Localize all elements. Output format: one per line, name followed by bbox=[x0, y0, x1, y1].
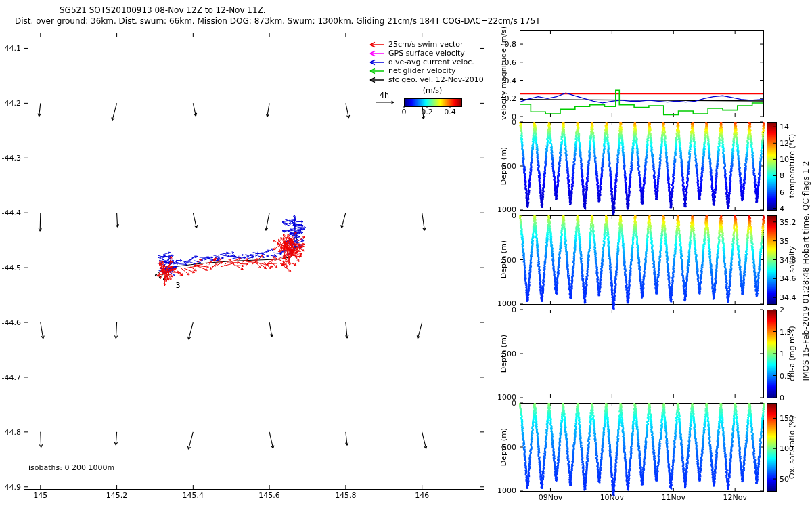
colorbar-tick-label: 35.2 bbox=[780, 218, 796, 226]
map-ytick-label: -44.3 bbox=[2, 154, 21, 162]
velocity-ytick-label: 0.6 bbox=[505, 58, 517, 66]
legend-item-label: sfc geo. vel. 12-Nov-2010 bbox=[388, 76, 484, 83]
imos-watermark: IMOS 15-Feb-2019 01:28:48 Hobart time. Q… bbox=[802, 161, 810, 381]
temperature-colorbar-label: temperature (°C) bbox=[788, 134, 796, 198]
legend-item-label: GPS surface velocity bbox=[388, 49, 465, 57]
seaglider-mission-figure: SG521 SOTS20100913 08-Nov 12Z to 12-Nov … bbox=[0, 0, 812, 508]
legend-item: sfc geo. vel. 12-Nov-2010 bbox=[365, 75, 484, 84]
depth-tick-label: 500 bbox=[502, 444, 516, 451]
map-ytick-label: -44.2 bbox=[2, 100, 21, 107]
legend-arrow-icon bbox=[365, 68, 386, 75]
colorbar-tick-label: 0 bbox=[780, 394, 784, 402]
legend-item: dive-avg current veloc. bbox=[365, 58, 484, 66]
colorbar-tick-label: 0.5 bbox=[780, 372, 792, 379]
isobaths-label: isobaths: 0 200 1000m bbox=[28, 464, 114, 471]
map-xtick-label: 145.4 bbox=[183, 492, 204, 499]
legend-item-label: 25cm/s swim vector bbox=[388, 41, 464, 48]
map-ytick-label: -44.1 bbox=[2, 45, 21, 52]
legend-item-label: net glider velocity bbox=[388, 67, 455, 75]
colorbar-tick-label: 1 bbox=[780, 350, 784, 358]
time-tick-label: 12Nov bbox=[723, 494, 746, 501]
depth-tick-label: 0 bbox=[512, 119, 516, 126]
map-xtick-label: 145.6 bbox=[258, 492, 280, 499]
colorbar-tick-label: 1.5 bbox=[780, 328, 792, 335]
colorbar-tick-label: 4 bbox=[780, 205, 784, 212]
legend-item: net glider velocity bbox=[365, 66, 484, 75]
depth-tick-label: 500 bbox=[502, 163, 516, 170]
time-tick-label: 11Nov bbox=[662, 494, 685, 501]
velocity-ytick-label: 0.2 bbox=[505, 95, 517, 102]
time-tick-label: 09Nov bbox=[539, 494, 562, 501]
colorbar-tick-label: 10 bbox=[780, 156, 789, 163]
colorbar-tick-label: 50 bbox=[780, 475, 789, 483]
vector-scale-label: 4h bbox=[380, 91, 389, 99]
legend-arrow-icon bbox=[365, 41, 386, 48]
legend-arrow-icon bbox=[365, 77, 386, 83]
legend-arrow-icon bbox=[365, 50, 386, 57]
map-xtick-label: 145.8 bbox=[335, 492, 357, 499]
map-ytick-label: -44.5 bbox=[2, 264, 21, 272]
map-xtick-label: 145 bbox=[33, 492, 47, 499]
legend-item: 25cm/s swim vector bbox=[365, 40, 484, 49]
depth-tick-label: 0 bbox=[512, 212, 516, 219]
map-ytick-label: -44.7 bbox=[2, 373, 21, 381]
map-ytick-label: -44.4 bbox=[2, 209, 21, 217]
map-colorbar-tick-label: 0 bbox=[402, 108, 407, 116]
depth-tick-label: 0 bbox=[512, 400, 516, 407]
depth-tick-label: 0 bbox=[512, 306, 516, 314]
colorbar-tick-label: 34.8 bbox=[780, 256, 796, 263]
legend-item-label: dive-avg current veloc. bbox=[388, 58, 474, 66]
map-legend: 25cm/s swim vectorGPS surface velocitydi… bbox=[365, 40, 484, 84]
map-xtick-label: 145.2 bbox=[106, 492, 128, 499]
velocity-ytick-label: 0.8 bbox=[505, 41, 517, 48]
map-ytick-label: -44.6 bbox=[2, 319, 21, 326]
legend-item: GPS surface velocity bbox=[365, 49, 484, 58]
time-tick-label: 10Nov bbox=[600, 494, 624, 501]
figure-title: SG521 SOTS20100913 08-Nov 12Z to 12-Nov … bbox=[60, 6, 266, 14]
map-colorbar-tick-label: 0.2 bbox=[421, 108, 433, 116]
figure-subtitle: Dist. over ground: 36km. Dist. swum: 66k… bbox=[15, 17, 541, 25]
colorbar-tick-label: 14 bbox=[780, 123, 789, 131]
colorbar-tick-label: 100 bbox=[780, 445, 794, 452]
colorbar-tick-label: 34.6 bbox=[780, 275, 796, 282]
map-colorbar-title: (m/s) bbox=[423, 87, 443, 94]
depth-tick-label: 500 bbox=[502, 350, 516, 358]
depth-tick-label: 1000 bbox=[497, 487, 516, 494]
colorbar-tick-label: 12 bbox=[780, 140, 789, 147]
colorbar-tick-label: 2 bbox=[780, 306, 784, 314]
map-ytick-label: -44.9 bbox=[2, 483, 21, 490]
depth-tick-label: 500 bbox=[502, 256, 516, 263]
legend-arrow-icon bbox=[365, 59, 386, 66]
colorbar-tick-label: 8 bbox=[780, 172, 784, 179]
velocity-ytick-label: 0.4 bbox=[505, 77, 517, 84]
map-xtick-label: 146 bbox=[415, 492, 429, 499]
colorbar-tick-label: 150 bbox=[780, 415, 794, 422]
colorbar-tick-label: 35 bbox=[780, 237, 789, 245]
map-ytick-label: -44.8 bbox=[2, 428, 21, 436]
map-colorbar-tick-label: 0.4 bbox=[444, 108, 456, 116]
colorbar-tick-label: 34.4 bbox=[780, 294, 796, 301]
dive-number-label: 3 bbox=[176, 282, 181, 289]
colorbar-tick-label: 6 bbox=[780, 188, 784, 196]
